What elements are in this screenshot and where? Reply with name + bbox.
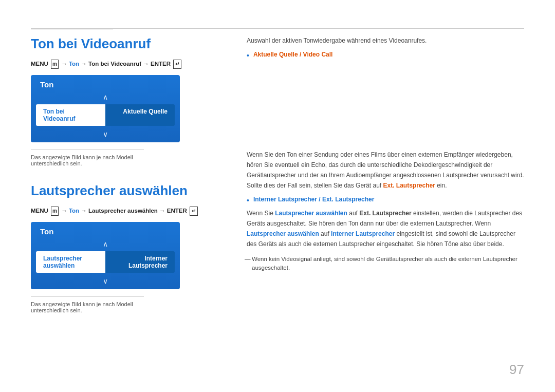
highlight2: Lautsprecher auswählen xyxy=(88,208,158,214)
page-container: Ton bei Videoanruf MENU m → Ton → Ton be… xyxy=(0,0,555,392)
section1: Ton bei Videoanruf MENU m → Ton → Ton be… xyxy=(31,36,216,166)
tv-menu-header1: Ton xyxy=(31,75,180,92)
tv-menu-arrow-up1: ∧ xyxy=(31,92,180,102)
ext-lautsprecher-ref: Ext. Lautsprecher xyxy=(383,182,435,189)
arrow3: → xyxy=(143,61,151,67)
left-column: Ton bei Videoanruf MENU m → Ton → Ton be… xyxy=(31,36,236,313)
main-layout: Ton bei Videoanruf MENU m → Ton → Ton be… xyxy=(31,36,524,313)
ton-label1: Ton xyxy=(69,61,79,67)
section2-breadcrumb: MENU m → Ton → Lautsprecher auswählen → … xyxy=(31,206,216,216)
ton-label2: Ton xyxy=(69,208,79,214)
section1-tv-menu: Ton ∧ Ton bei Videoanruf Aktuelle Quelle… xyxy=(31,75,180,142)
right-section2: Wenn Sie den Ton einer Sendung oder eine… xyxy=(247,150,524,273)
section1-bullet: • Aktuelle Quelle / Video Call xyxy=(247,51,524,60)
section2-title: Lautsprecher auswählen xyxy=(31,183,216,199)
lautsprecher-ref1: Lautsprecher auswählen xyxy=(275,210,347,217)
menu-label2: MENU xyxy=(31,208,48,214)
section2-desc1: Wenn Sie Lautsprecher auswählen auf Ext.… xyxy=(247,209,524,249)
tv-menu-item2: Lautsprecher auswählen Interner Lautspre… xyxy=(36,251,175,273)
ext-ref2: Ext. Lautsprecher xyxy=(359,210,411,217)
section1-note: Das angezeigte Bild kann je nach Modell … xyxy=(31,150,144,166)
arrow1b: → xyxy=(61,208,69,214)
tv-menu-item-label1: Ton bei Videoanruf xyxy=(36,104,105,126)
arrow2b: → xyxy=(81,208,88,214)
interner-ref: Interner Lautsprecher xyxy=(331,230,395,237)
right-spacer xyxy=(247,64,524,150)
tv-menu-arrow-down2: ∨ xyxy=(31,275,180,289)
tv-menu-item-value2: Interner Lautsprecher xyxy=(105,251,175,273)
right-section1: Auswahl der aktiven Tonwiedergabe währen… xyxy=(247,36,524,60)
highlight1: Ton bei Videoanruf xyxy=(88,61,141,67)
section2-note: Das angezeigte Bild kann je nach Modell … xyxy=(31,296,144,313)
tv-menu-item-value1: Aktuelle Quelle xyxy=(105,104,175,126)
section2-bullet-label: Interner Lautsprecher / Ext. Lautspreche… xyxy=(253,196,374,203)
tv-menu-item-label2: Lautsprecher auswählen xyxy=(36,251,105,273)
tv-menu-arrow-down1: ∨ xyxy=(31,128,180,142)
bullet-dot2: • xyxy=(247,196,249,204)
menu-icon2: m xyxy=(51,207,59,216)
arrow3b: → xyxy=(159,208,167,214)
arrow2: → xyxy=(81,61,88,67)
right-intro2: Wenn Sie den Ton einer Sendung oder eine… xyxy=(247,150,524,191)
right-column: Auswahl der aktiven Tonwiedergabe währen… xyxy=(236,36,524,313)
tv-menu-arrow-up2: ∧ xyxy=(31,239,180,249)
enter-icon2: ↵ xyxy=(190,207,198,216)
section2-dash-note: Wenn kein Videosignal anliegt, sind sowo… xyxy=(247,255,524,273)
section2: Lautsprecher auswählen MENU m → Ton → La… xyxy=(31,183,216,313)
bullet-dot1: • xyxy=(247,51,249,60)
section2-tv-menu: Ton ∧ Lautsprecher auswählen Interner La… xyxy=(31,222,180,289)
page-number: 97 xyxy=(509,362,524,378)
section1-title: Ton bei Videoanruf xyxy=(31,36,216,52)
section1-breadcrumb: MENU m → Ton → Ton bei Videoanruf → ENTE… xyxy=(31,59,216,69)
enter-icon1: ↵ xyxy=(173,60,181,69)
top-line xyxy=(31,28,524,29)
section1-bullet-label: Aktuelle Quelle / Video Call xyxy=(253,51,333,58)
tv-menu-header2: Ton xyxy=(31,222,180,239)
menu-label: MENU xyxy=(31,61,48,67)
section2-bullet: • Interner Lautsprecher / Ext. Lautsprec… xyxy=(247,196,524,204)
tv-menu-item1: Ton bei Videoanruf Aktuelle Quelle xyxy=(36,104,175,126)
arrow1: → xyxy=(61,61,69,67)
enter-label1: ENTER xyxy=(151,61,171,67)
lautsprecher-ref2: Lautsprecher auswählen xyxy=(247,230,319,237)
enter-label2: ENTER xyxy=(167,208,187,214)
right-intro1: Auswahl der aktiven Tonwiedergabe währen… xyxy=(247,36,524,46)
menu-icon: m xyxy=(51,60,59,69)
section-spacer xyxy=(31,166,216,183)
